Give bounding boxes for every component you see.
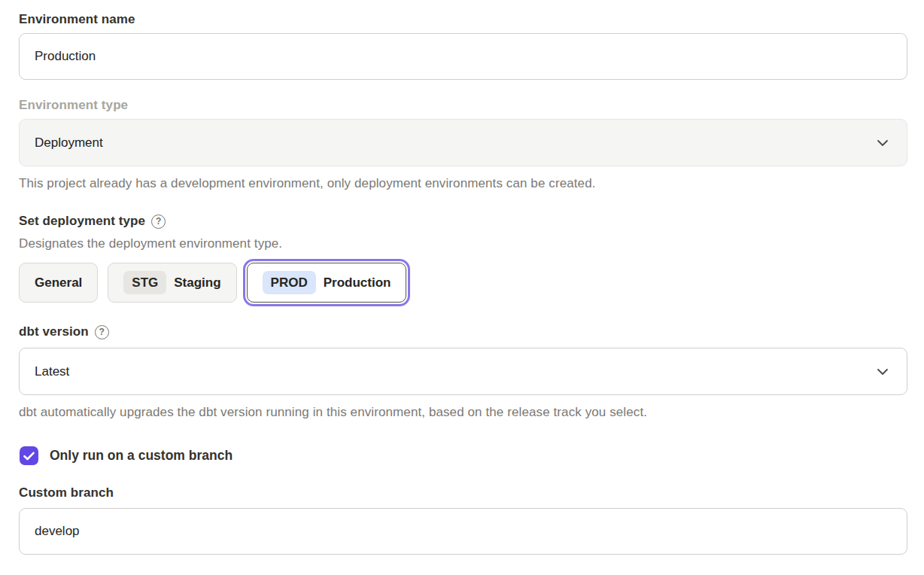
chevron-down-icon bbox=[877, 139, 889, 147]
deployment-type-production-button[interactable]: PROD Production bbox=[247, 263, 407, 303]
environment-type-select: Deployment bbox=[19, 119, 907, 166]
custom-branch-input[interactable] bbox=[19, 508, 907, 555]
environment-name-label: Environment name bbox=[19, 12, 907, 27]
deployment-type-staging-label: Staging bbox=[174, 275, 220, 291]
custom-branch-checkbox-label: Only run on a custom branch bbox=[50, 448, 233, 464]
dbt-version-value: Latest bbox=[35, 364, 69, 379]
deployment-type-staging-button[interactable]: STG Staging bbox=[108, 263, 236, 303]
help-icon[interactable]: ? bbox=[95, 325, 109, 339]
deployment-type-general-button[interactable]: General bbox=[19, 263, 98, 303]
chevron-down-icon bbox=[877, 368, 889, 376]
staging-badge: STG bbox=[123, 271, 166, 294]
help-icon[interactable]: ? bbox=[151, 214, 166, 229]
custom-branch-label: Custom branch bbox=[19, 485, 907, 500]
deployment-type-production-label: Production bbox=[324, 275, 391, 291]
environment-name-input[interactable] bbox=[19, 33, 907, 80]
check-icon bbox=[23, 452, 35, 461]
deployment-type-helper: Designates the deployment environment ty… bbox=[19, 236, 907, 251]
deployment-type-general-label: General bbox=[35, 275, 82, 291]
environment-type-label: Environment type bbox=[19, 98, 907, 113]
environment-form: Environment name Environment type Deploy… bbox=[0, 0, 924, 555]
environment-type-value: Deployment bbox=[35, 135, 103, 151]
environment-type-helper: This project already has a development e… bbox=[19, 176, 907, 191]
production-badge: PROD bbox=[263, 271, 316, 294]
dbt-version-helper: dbt automatically upgrades the dbt versi… bbox=[19, 405, 907, 420]
dbt-version-label: dbt version bbox=[19, 324, 89, 339]
custom-branch-checkbox[interactable] bbox=[20, 446, 38, 465]
deployment-type-options: General STG Staging PROD Production bbox=[19, 263, 907, 303]
dbt-version-select[interactable]: Latest bbox=[19, 348, 907, 395]
deployment-type-label: Set deployment type bbox=[19, 214, 145, 229]
